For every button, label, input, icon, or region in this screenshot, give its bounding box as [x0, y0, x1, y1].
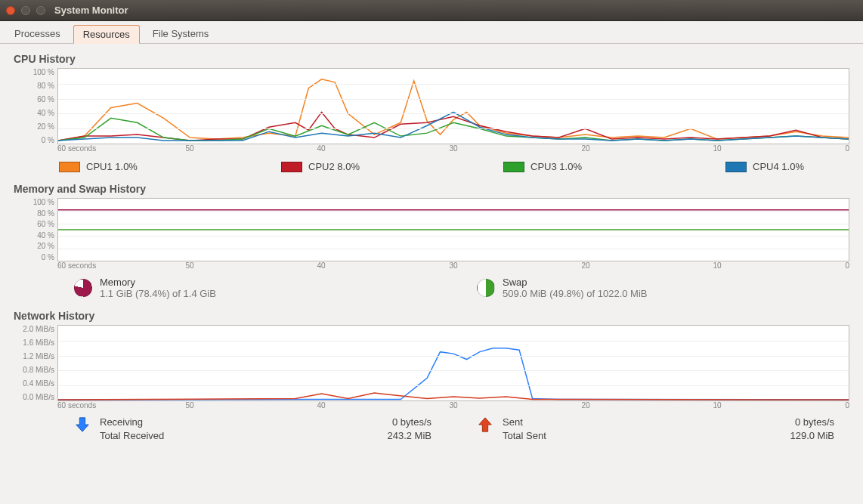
- close-icon[interactable]: [6, 6, 15, 15]
- mem-chart: 100 %80 %60 %40 %20 %0 % 60 seconds50403…: [14, 198, 849, 272]
- minimize-icon[interactable]: [21, 6, 30, 15]
- tab-processes[interactable]: Processes: [5, 24, 70, 43]
- mem-legend: Memory 1.1 GiB (78.4%) of 1.4 GiB Swap 5…: [14, 274, 849, 307]
- memory-pie-icon: [74, 279, 92, 297]
- swatch-icon: [281, 162, 302, 172]
- cpu-section-title: CPU History: [14, 53, 849, 65]
- legend-label: CPU4 1.0%: [753, 161, 804, 172]
- mem-plot: [57, 198, 849, 261]
- net-legend: Receiving 0 bytes/s Total Received 243.2…: [14, 413, 849, 444]
- cpu-chart: 100 %80 %60 %40 %20 %0 % 60 seconds50403…: [14, 68, 849, 155]
- tab-filesystems[interactable]: File Systems: [143, 24, 218, 43]
- tabstrip: Processes Resources File Systems: [0, 21, 863, 44]
- sent-total-label: Total Sent: [503, 430, 759, 441]
- mem-section-title: Memory and Swap History: [14, 183, 849, 195]
- cpu-y-axis: 100 %80 %60 %40 %20 %0 %: [14, 68, 57, 144]
- window-titlebar: System Monitor: [0, 0, 863, 21]
- cpu-legend: CPU1 1.0%CPU2 8.0%CPU3 1.0%CPU4 1.0%: [14, 156, 849, 180]
- sent-total: 129.0 MiB: [790, 430, 834, 441]
- recv-rate: 0 bytes/s: [387, 416, 432, 428]
- recv-total-label: Total Received: [100, 430, 357, 441]
- mem-y-axis: 100 %80 %60 %40 %20 %0 %: [14, 198, 57, 261]
- legend-cpu1[interactable]: CPU1 1.0%: [59, 161, 138, 172]
- legend-cpu2[interactable]: CPU2 8.0%: [281, 161, 360, 172]
- swap-detail: 509.0 MiB (49.8%) of 1022.0 MiB: [503, 288, 648, 299]
- memory-detail: 1.1 GiB (78.4%) of 1.4 GiB: [100, 288, 216, 299]
- net-plot: [57, 325, 849, 401]
- legend-label: CPU3 1.0%: [530, 161, 582, 172]
- cpu-plot: [57, 68, 849, 144]
- content-area: CPU History 100 %80 %60 %40 %20 %0 % 60 …: [0, 44, 863, 450]
- upload-arrow-icon: [477, 416, 493, 433]
- memory-label: Memory: [100, 277, 216, 288]
- tab-resources[interactable]: Resources: [73, 25, 140, 44]
- net-section-title: Network History: [14, 310, 849, 322]
- swatch-icon: [503, 162, 524, 172]
- window-title: System Monitor: [54, 5, 128, 16]
- sent-label: Sent: [503, 416, 759, 428]
- legend-label: CPU1 1.0%: [86, 161, 138, 172]
- mem-x-axis: 60 seconds50403020100: [57, 261, 849, 272]
- swap-label: Swap: [503, 277, 648, 288]
- download-arrow-icon: [74, 416, 91, 433]
- legend-cpu3[interactable]: CPU3 1.0%: [503, 161, 582, 172]
- cpu-x-axis: 60 seconds50403020100: [57, 144, 849, 155]
- recv-label: Receiving: [100, 416, 357, 428]
- recv-total: 243.2 MiB: [387, 430, 432, 441]
- swatch-icon: [725, 162, 747, 172]
- sent-rate: 0 bytes/s: [790, 416, 834, 428]
- legend-label: CPU2 8.0%: [308, 161, 360, 172]
- swap-pie-icon: [477, 279, 495, 297]
- net-x-axis: 60 seconds50403020100: [57, 401, 849, 412]
- maximize-icon[interactable]: [36, 6, 45, 15]
- legend-cpu4[interactable]: CPU4 1.0%: [725, 161, 804, 172]
- net-chart: 2.0 MiB/s1.6 MiB/s1.2 MiB/s0.8 MiB/s0.4 …: [14, 325, 849, 412]
- net-y-axis: 2.0 MiB/s1.6 MiB/s1.2 MiB/s0.8 MiB/s0.4 …: [14, 325, 57, 401]
- swatch-icon: [59, 162, 80, 172]
